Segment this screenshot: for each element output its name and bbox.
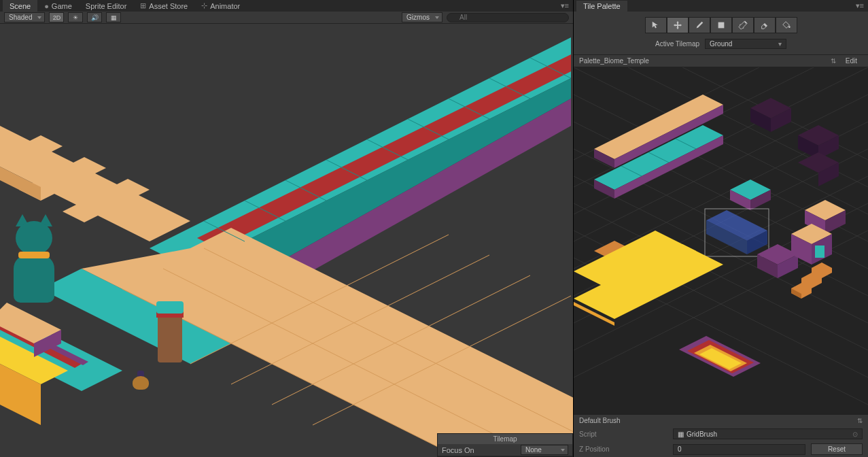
panel-menu-icon[interactable]: ▾≡ [856,1,868,10]
tab-game[interactable]: ●Game [37,0,79,12]
tile-palette-header: Tile Palette ▾≡ [574,0,868,12]
tab-tile-palette[interactable]: Tile Palette [576,1,627,12]
active-tilemap-dropdown[interactable]: Ground [705,39,786,49]
effects-button[interactable]: ▦ [106,12,121,22]
focus-on-label: Focus On [442,446,474,454]
select-tool[interactable] [645,17,667,33]
box-tool[interactable] [710,17,732,33]
panel-menu-icon[interactable]: ▾≡ [561,1,573,10]
mode-2d-button[interactable]: 2D [49,12,64,22]
fill-tool[interactable] [776,17,797,33]
tile-palette-grid[interactable] [574,67,868,414]
search-input[interactable] [447,13,569,22]
tab-scene[interactable]: Scene [3,0,37,12]
tilemap-overlay: Tilemap Focus On None [437,433,573,457]
main-tabs: Scene ●Game Sprite Editor ⊞Asset Store ⊹… [0,0,573,12]
overlay-title: Tilemap [438,434,572,444]
audio-button[interactable]: 🔊 [87,12,102,22]
pot-sprite [133,371,149,390]
cat-statue-sprite [10,214,58,303]
move-tool[interactable] [667,17,689,33]
scene-tilemap-render [0,24,573,457]
picker-tool[interactable] [732,17,754,33]
tab-sprite-editor[interactable]: Sprite Editor [79,0,134,12]
eraser-tool[interactable] [754,17,776,33]
tab-asset-store[interactable]: ⊞Asset Store [133,0,194,12]
lighting-button[interactable]: ☀ [68,12,83,22]
brush-dropdown[interactable]: Default Brush [579,417,857,424]
tab-animator[interactable]: ⊹Animator [194,0,247,12]
scene-toolbar: Shaded 2D ☀ 🔊 ▦ Gizmos [0,12,573,24]
svg-rect-35 [718,22,724,29]
zposition-label: Z Position [579,445,667,453]
svg-rect-93 [815,246,824,258]
palette-name-dropdown[interactable]: Palette_Biome_Temple [579,57,827,65]
focus-on-dropdown[interactable]: None [521,445,568,455]
script-field[interactable]: ▦GridBrush ⊙ [673,428,863,439]
active-tilemap-label: Active Tilemap [655,40,699,48]
pillar-sprite [156,301,184,369]
edit-button[interactable]: Edit [840,57,863,65]
reset-button[interactable]: Reset [811,443,863,455]
brush-tool[interactable] [689,17,710,33]
zposition-field[interactable]: 0 [673,444,805,455]
gizmos-dropdown[interactable]: Gizmos [402,12,442,22]
svg-point-36 [788,26,791,28]
shading-dropdown[interactable]: Shaded [4,12,45,22]
tile-palette-tools [574,12,868,36]
scene-view[interactable]: Tilemap Focus On None [0,24,573,457]
script-label: Script [579,430,667,438]
